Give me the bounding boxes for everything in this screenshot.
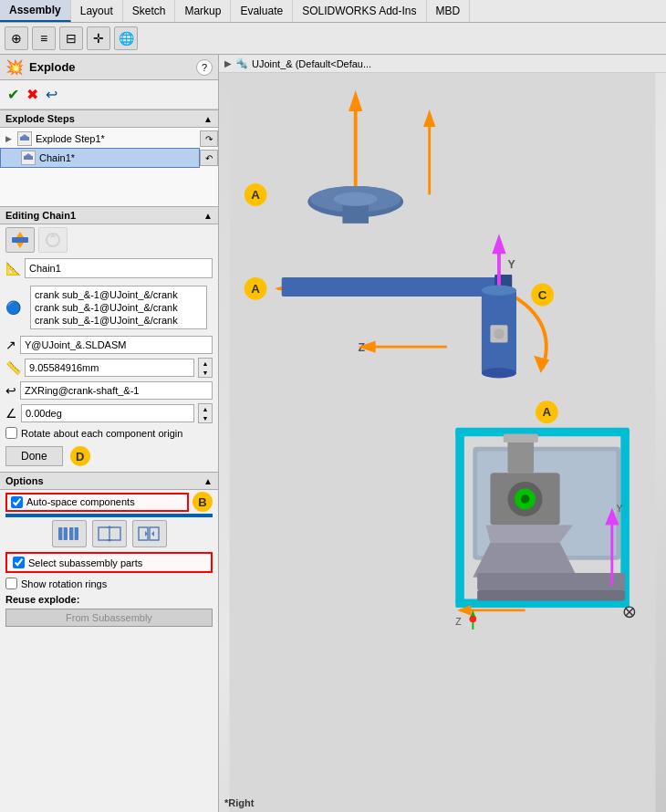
step-label-1: Explode Step1* xyxy=(36,133,105,144)
menu-sketch[interactable]: Sketch xyxy=(123,0,176,22)
explode-icon: 💥 xyxy=(5,58,24,76)
reference-input[interactable] xyxy=(20,381,213,400)
svg-rect-37 xyxy=(282,277,508,297)
angle-down-btn[interactable]: ▼ xyxy=(199,413,212,422)
tree-expand-arrow[interactable]: ▶ xyxy=(224,58,232,68)
chain-move-btn[interactable] xyxy=(5,227,35,253)
svg-point-51 xyxy=(494,328,504,338)
chain-collapse-btn[interactable]: ▲ xyxy=(203,211,213,221)
select-subassembly-checkbox[interactable] xyxy=(13,557,25,568)
component-item-2[interactable]: crank sub_&-1@UJoint_&/crank xyxy=(33,301,204,314)
cancel-button[interactable]: ✖ xyxy=(25,84,40,105)
menu-assembly[interactable]: Assembly xyxy=(0,0,71,22)
chain-name-input[interactable] xyxy=(25,258,213,278)
svg-rect-57 xyxy=(455,428,630,437)
label-d-badge: D xyxy=(70,446,90,466)
svg-point-48 xyxy=(482,286,516,296)
svg-rect-64 xyxy=(507,438,534,473)
toolbar-btn-3[interactable]: ⊟ xyxy=(59,26,83,50)
svg-marker-20 xyxy=(151,531,154,536)
distance-icon: 📏 xyxy=(5,360,21,375)
svg-marker-66 xyxy=(473,543,577,578)
options-collapse-btn[interactable]: ▲ xyxy=(203,476,213,486)
editing-chain-header: Editing Chain1 ▲ xyxy=(0,206,218,224)
rotate-checkbox[interactable] xyxy=(5,427,17,439)
step-icon-1 xyxy=(17,131,32,146)
component-item-3[interactable]: crank sub_&-1@UJoint_&/crank xyxy=(33,314,204,327)
menu-bar: Assembly Layout Sketch Markup Evaluate S… xyxy=(0,0,666,23)
layout-btn-1[interactable] xyxy=(52,520,87,547)
svg-text:A: A xyxy=(251,188,260,202)
distance-input[interactable] xyxy=(25,359,194,377)
toolbar-btn-4[interactable]: ✛ xyxy=(87,26,110,50)
svg-text:Y: Y xyxy=(507,258,515,271)
svg-marker-5 xyxy=(16,232,24,237)
step-item-1[interactable]: ▶ Explode Step1* xyxy=(0,130,200,148)
angle-spinner: ▲ ▼ xyxy=(198,403,213,423)
icon-group-row xyxy=(0,517,218,550)
component-list: crank sub_&-1@UJoint_&/crank crank sub_&… xyxy=(30,286,207,329)
svg-marker-67 xyxy=(486,526,573,543)
menu-layout[interactable]: Layout xyxy=(71,0,123,22)
menu-mbd[interactable]: MBD xyxy=(427,0,471,22)
steps-collapse-btn[interactable]: ▲ xyxy=(203,114,213,124)
svg-point-29 xyxy=(334,193,378,206)
step-side-btn-chain1[interactable]: ↶ xyxy=(200,150,218,166)
action-row: ✔ ✖ ↩ xyxy=(0,80,218,109)
help-button[interactable]: ? xyxy=(196,59,213,76)
done-button[interactable]: Done xyxy=(5,446,63,466)
show-rotation-label: Show rotation rings xyxy=(21,578,107,589)
toolbar-btn-5[interactable]: 🌐 xyxy=(114,26,138,50)
angle-input[interactable] xyxy=(21,404,194,422)
select-subassembly-row: Select subassembly parts xyxy=(5,552,213,573)
ref-icon: ↩ xyxy=(5,383,16,398)
step-side-btn-1[interactable]: ↷ xyxy=(200,130,218,147)
svg-marker-1 xyxy=(21,134,28,137)
direction-input[interactable] xyxy=(20,336,213,354)
layout-btn-3[interactable] xyxy=(132,520,167,547)
layout-btn-2[interactable] xyxy=(92,520,127,547)
explode-steps-header: Explode Steps ▲ xyxy=(0,109,218,128)
ok-button[interactable]: ✔ xyxy=(5,84,21,105)
tree-icon: 🔩 xyxy=(235,57,248,69)
distance-up-btn[interactable]: ▲ xyxy=(199,359,212,368)
reuse-label: Reuse explode: xyxy=(0,592,218,607)
viewport[interactable]: A Y A xyxy=(219,73,666,812)
menu-addins[interactable]: SOLIDWORKS Add-Ins xyxy=(293,0,426,22)
angle-icon: ∠ xyxy=(5,406,17,421)
svg-rect-21 xyxy=(230,73,656,812)
explode-title: Explode xyxy=(29,60,76,74)
component-icon: 🔵 xyxy=(5,300,21,315)
svg-marker-6 xyxy=(16,243,24,248)
menu-evaluate[interactable]: Evaluate xyxy=(231,0,293,22)
step-item-chain1[interactable]: Chain1* xyxy=(0,148,200,168)
rotate-label: Rotate about each component origin xyxy=(21,428,182,439)
step-expand-1: ▶ xyxy=(5,134,12,143)
tree-header: ▶ 🔩 UJoint_& (Default<Defau... xyxy=(219,55,666,73)
left-panel: 💥 Explode ? ✔ ✖ ↩ Explode Steps ▲ ▶ xyxy=(0,55,219,812)
svg-point-81 xyxy=(470,616,477,623)
svg-text:Z: Z xyxy=(455,617,462,627)
show-rotation-row: Show rotation rings xyxy=(0,575,218,592)
chain-name-row: 📐 xyxy=(0,255,218,281)
auto-space-checkbox[interactable] xyxy=(11,496,23,508)
svg-text:A: A xyxy=(543,405,552,419)
step-label-chain1: Chain1* xyxy=(39,152,75,163)
toolbar-btn-1[interactable]: ⊕ xyxy=(5,26,28,50)
component-item-1[interactable]: crank sub_&-1@UJoint_&/crank xyxy=(33,288,204,301)
options-header: Options ▲ xyxy=(0,472,218,490)
step-icon-chain1 xyxy=(21,151,36,165)
svg-rect-4 xyxy=(12,237,28,243)
svg-rect-56 xyxy=(455,430,464,604)
edit-icon-row xyxy=(0,224,218,255)
toolbar-btn-2[interactable]: ≡ xyxy=(32,26,56,50)
undo-button[interactable]: ↩ xyxy=(44,84,59,105)
menu-markup[interactable]: Markup xyxy=(175,0,231,22)
label-b-badge: B xyxy=(193,492,213,512)
angle-up-btn[interactable]: ▲ xyxy=(199,404,212,413)
svg-text:C: C xyxy=(538,288,547,302)
svg-rect-68 xyxy=(477,573,625,590)
right-panel: ▶ 🔩 UJoint_& (Default<Defau... A xyxy=(219,55,666,812)
show-rotation-checkbox[interactable] xyxy=(5,578,17,589)
distance-down-btn[interactable]: ▼ xyxy=(199,368,212,377)
